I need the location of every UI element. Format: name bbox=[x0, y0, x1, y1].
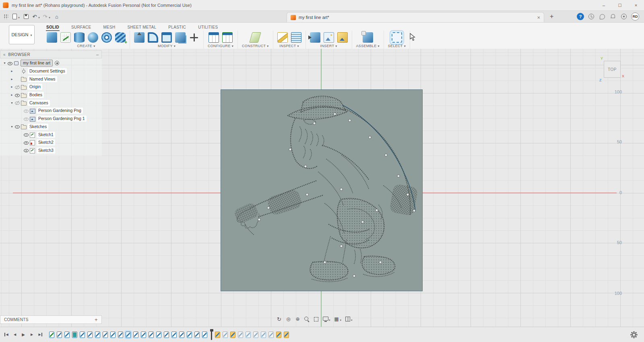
node-label[interactable]: Origin bbox=[28, 84, 42, 90]
new-component-icon[interactable] bbox=[47, 32, 57, 43]
timeline-feature-icon[interactable] bbox=[187, 332, 192, 338]
go-to-beginning-icon[interactable] bbox=[3, 332, 10, 338]
visibility-eye-icon[interactable] bbox=[23, 132, 29, 137]
insert-canvas-icon[interactable] bbox=[337, 32, 348, 43]
go-to-end-icon[interactable] bbox=[37, 332, 43, 338]
shell-icon[interactable] bbox=[161, 32, 172, 43]
node-label[interactable]: Document Settings bbox=[28, 68, 67, 74]
minimize-panel-icon[interactable] bbox=[96, 52, 99, 57]
ribbon-group-dropdown[interactable]: ASSEMBLE bbox=[356, 44, 380, 48]
timeline-feature-icon[interactable] bbox=[156, 332, 161, 338]
activate-component-radio[interactable] bbox=[55, 61, 59, 65]
visibility-eye-icon[interactable] bbox=[23, 116, 29, 122]
node-label[interactable]: Named Views bbox=[28, 76, 57, 82]
ribbon-tab[interactable]: MESH bbox=[103, 24, 116, 30]
look-at-icon[interactable] bbox=[285, 316, 291, 322]
ribbon-tab[interactable]: SURFACE bbox=[71, 24, 91, 30]
node-label[interactable]: Person Gardening Png 1 bbox=[37, 116, 87, 122]
node-label[interactable]: my first line art bbox=[21, 60, 53, 66]
construction-plane-icon[interactable] bbox=[250, 32, 261, 43]
expand-arrow-icon[interactable] bbox=[10, 69, 14, 73]
visibility-eye-icon[interactable] bbox=[14, 84, 21, 90]
collapse-panel-icon[interactable] bbox=[3, 52, 6, 57]
browser-tree-row[interactable]: Person Gardening Png bbox=[0, 107, 102, 115]
browser-tree-row[interactable]: Sketch2 bbox=[0, 139, 102, 147]
timeline-feature-icon[interactable] bbox=[179, 332, 184, 338]
ribbon-group-dropdown[interactable]: CREATE bbox=[77, 44, 95, 48]
cylinder-icon[interactable] bbox=[74, 32, 85, 43]
expand-arrow-icon[interactable] bbox=[10, 101, 14, 105]
step-forward-icon[interactable] bbox=[29, 332, 35, 338]
help-icon[interactable]: ? bbox=[577, 13, 584, 20]
timeline-feature-icon[interactable] bbox=[103, 332, 108, 338]
close-button[interactable]: × bbox=[628, 0, 644, 10]
visibility-eye-icon[interactable] bbox=[14, 100, 21, 106]
ribbon-group-dropdown[interactable]: INSERT bbox=[320, 44, 337, 48]
file-menu-icon[interactable] bbox=[12, 12, 21, 21]
timeline-feature-icon[interactable] bbox=[284, 332, 289, 338]
add-comment-button[interactable]: + bbox=[95, 317, 98, 323]
new-component-assemble-icon[interactable] bbox=[363, 32, 373, 43]
press-pull-icon[interactable] bbox=[134, 32, 144, 43]
node-label[interactable]: Person Gardening Png bbox=[37, 108, 83, 114]
node-label[interactable]: Canvases bbox=[28, 100, 50, 106]
timeline-feature-icon[interactable] bbox=[268, 332, 274, 338]
home-icon[interactable] bbox=[53, 12, 61, 21]
create-sketch-icon[interactable] bbox=[60, 32, 71, 43]
comments-panel[interactable]: COMMENTS + bbox=[0, 315, 102, 324]
job-status-icon[interactable] bbox=[620, 13, 627, 20]
timeline-feature-icon[interactable] bbox=[202, 332, 207, 338]
timeline-feature-icon[interactable] bbox=[230, 332, 235, 338]
timeline-feature-icon[interactable] bbox=[276, 332, 281, 338]
timeline-feature-icon[interactable] bbox=[253, 332, 258, 338]
visibility-eye-icon[interactable] bbox=[14, 124, 21, 129]
visibility-eye-icon[interactable] bbox=[23, 108, 29, 114]
timeline-feature-icon[interactable] bbox=[223, 332, 228, 338]
timeline-feature-icon[interactable] bbox=[126, 332, 131, 338]
visibility-eye-icon[interactable] bbox=[23, 147, 29, 153]
expand-arrow-icon[interactable] bbox=[10, 77, 14, 81]
grid-display-icon[interactable] bbox=[334, 315, 342, 323]
play-icon[interactable] bbox=[20, 332, 27, 338]
ribbon-tab[interactable]: SOLID bbox=[46, 24, 60, 30]
timeline-feature-icon[interactable] bbox=[171, 332, 177, 338]
display-settings-icon[interactable] bbox=[322, 315, 330, 323]
node-label[interactable]: Sketches bbox=[28, 124, 48, 130]
model-viewport[interactable]: .sp{fill:none;stroke:#4d524f;stroke-widt… bbox=[0, 49, 644, 327]
timeline-feature-icon[interactable] bbox=[194, 332, 200, 338]
timeline-feature-icon[interactable] bbox=[164, 332, 169, 338]
insert-derive-icon[interactable] bbox=[310, 32, 320, 43]
ribbon-group-dropdown[interactable]: CONSTRUCT bbox=[242, 44, 269, 48]
section-analysis-icon[interactable] bbox=[291, 32, 301, 43]
node-label[interactable]: Sketch2 bbox=[37, 139, 55, 145]
timeline-feature-icon[interactable] bbox=[49, 332, 54, 338]
zoom-icon[interactable] bbox=[304, 316, 310, 322]
step-back-icon[interactable] bbox=[12, 332, 18, 338]
browser-tree-row[interactable]: Bodies bbox=[0, 91, 102, 99]
visibility-eye-icon[interactable] bbox=[23, 140, 29, 145]
support-icon[interactable] bbox=[599, 13, 606, 20]
timeline-feature-icon[interactable] bbox=[87, 332, 93, 338]
timeline-feature-icon[interactable] bbox=[80, 332, 85, 338]
visibility-eye-icon[interactable] bbox=[7, 60, 13, 66]
configuration-table-icon[interactable] bbox=[208, 32, 219, 43]
maximize-button[interactable]: ☐ bbox=[612, 0, 628, 10]
timeline-feature-icon[interactable] bbox=[215, 332, 220, 338]
close-tab-icon[interactable] bbox=[537, 14, 540, 21]
minimize-button[interactable]: – bbox=[596, 0, 612, 10]
ribbon-group-dropdown[interactable]: CONFIGURE bbox=[208, 44, 233, 48]
document-tab[interactable]: my first line art* bbox=[287, 12, 544, 22]
timeline-feature-icon[interactable] bbox=[238, 332, 243, 338]
undo-icon[interactable] bbox=[32, 12, 41, 21]
timeline-feature-icon[interactable] bbox=[133, 332, 138, 338]
combine-icon[interactable] bbox=[175, 32, 186, 43]
fit-icon[interactable] bbox=[313, 316, 319, 322]
browser-tree-row[interactable]: Sketch1 bbox=[0, 131, 102, 139]
select-tool-icon[interactable] bbox=[392, 32, 402, 43]
ribbon-tab[interactable]: SHEET METAL bbox=[127, 24, 157, 30]
browser-tree-row[interactable]: Document Settings bbox=[0, 67, 102, 75]
timeline-feature-icon[interactable] bbox=[246, 332, 251, 338]
redo-icon[interactable] bbox=[42, 12, 51, 21]
browser-tree-row[interactable]: Sketch3 bbox=[0, 147, 102, 155]
new-tab-button[interactable]: + bbox=[550, 11, 553, 22]
